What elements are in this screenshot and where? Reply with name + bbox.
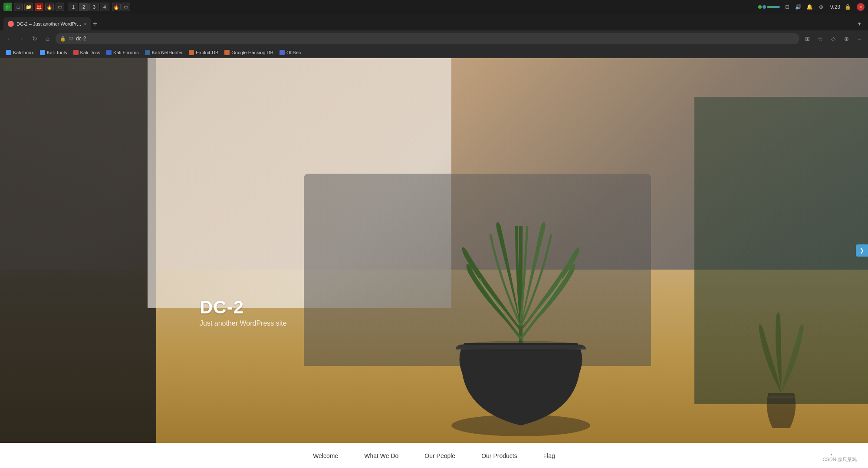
kali-tools-favicon — [40, 50, 45, 55]
bookmark-kali-linux[interactable]: Kali Linux — [3, 49, 36, 56]
battery-icon[interactable]: ⊕ — [817, 3, 825, 11]
toolbar-right-actions: ⊞ ☆ ◇ ⊕ ≡ — [802, 33, 865, 44]
another-icon[interactable]: 🔥 — [112, 3, 121, 11]
nav-welcome[interactable]: Welcome — [300, 443, 351, 468]
url-display[interactable]: dc-2 — [76, 36, 86, 42]
extensions-button[interactable]: ⊕ — [841, 33, 852, 44]
website-container: DC-2 Just another WordPress site ❯ Welco… — [0, 58, 868, 468]
kali-docs-favicon — [73, 50, 79, 55]
workspace-tab-1[interactable]: 1 — [69, 3, 78, 11]
site-title: DC-2 — [200, 297, 287, 318]
kali-nethunter-favicon — [145, 50, 150, 55]
menu-button[interactable]: ≡ — [854, 33, 865, 44]
lock-icon[interactable]: 🔒 — [844, 3, 852, 11]
bookmark-kali-docs[interactable]: Kali Docs — [71, 49, 103, 56]
bookmark-kali-nethunter-label: Kali NetHunter — [152, 50, 183, 55]
bookmark-exploit-db[interactable]: Exploit-DB — [186, 49, 221, 56]
second-plant — [738, 289, 825, 443]
floating-btn-icon: ❯ — [860, 247, 864, 254]
terminal-icon[interactable]: ▭ — [56, 3, 64, 11]
window-close-button[interactable]: × — [857, 3, 865, 11]
bookmark-kali-linux-label: Kali Linux — [13, 50, 34, 55]
site-tagline: Just another WordPress site — [200, 320, 287, 327]
speaker-icon[interactable]: 🔊 — [795, 3, 802, 11]
workspace-tab-3[interactable]: 3 — [89, 3, 99, 11]
bookmark-exploit-db-label: Exploit-DB — [196, 50, 218, 55]
tab-close-button[interactable]: × — [84, 22, 87, 26]
tab-dropdown-button[interactable]: ▾ — [854, 18, 865, 29]
tab-favicon — [8, 21, 14, 27]
nav-our-people[interactable]: Our People — [411, 443, 468, 468]
new-tab-button[interactable]: + — [91, 17, 104, 30]
bookmark-kali-tools[interactable]: Kali Tools — [37, 49, 70, 56]
browser-toolbar: ‹ › ↻ ⌂ 🔒 🛡 dc-2 ⊞ ☆ ◇ ⊕ ≡ — [0, 30, 868, 47]
site-navigation: Welcome What We Do Our People Our Produc… — [0, 443, 868, 468]
csdn-watermark: CSDN @只菜鸡 — [820, 455, 859, 464]
ghdb-favicon — [224, 50, 230, 55]
browser-tabbar: DC-2 – Just another WordPr… × + ▾ — [0, 14, 868, 30]
folder-icon[interactable]: 📁 — [24, 3, 33, 11]
address-bar[interactable]: 🔒 🛡 dc-2 — [56, 33, 799, 44]
pocket-button[interactable]: ◇ — [828, 33, 838, 44]
lock-domain-icon: 🛡 — [69, 36, 73, 41]
browser-icon[interactable]: 🦊 — [35, 3, 43, 11]
bookmark-kali-forums-label: Kali Forums — [113, 50, 139, 55]
clock: 9:23 — [830, 4, 840, 10]
kali-forums-favicon — [106, 50, 112, 55]
os-right-icons: ⊟ 🔊 🔔 ⊕ 9:23 🔒 × — [758, 3, 865, 11]
bookmarks-bar: Kali Linux Kali Tools Kali Docs Kali For… — [0, 47, 868, 58]
svg-point-2 — [458, 341, 584, 351]
exploit-db-favicon — [189, 50, 194, 55]
bookmark-kali-nethunter[interactable]: Kali NetHunter — [142, 49, 186, 56]
bookmark-ghdb-label: Google Hacking DB — [231, 50, 273, 55]
orange-icon[interactable]: 🔥 — [45, 3, 54, 11]
kali-icon[interactable]: 🐉 — [3, 3, 12, 11]
translate-button[interactable]: ⊞ — [802, 33, 812, 44]
site-title-overlay: DC-2 Just another WordPress site — [200, 297, 287, 327]
terminal2-icon[interactable]: ▭ — [122, 3, 130, 11]
offsec-favicon — [279, 50, 285, 55]
back-button[interactable]: ‹ — [3, 33, 14, 44]
bookmark-kali-docs-label: Kali Docs — [80, 50, 100, 55]
kali-linux-favicon — [6, 50, 11, 55]
bookmark-kali-tools-label: Kali Tools — [47, 50, 67, 55]
home-button[interactable]: ⌂ — [43, 33, 53, 44]
browser-tab-active[interactable]: DC-2 – Just another WordPr… × — [3, 17, 91, 30]
forward-button[interactable]: › — [16, 33, 27, 44]
bookmark-star-button[interactable]: ☆ — [815, 33, 825, 44]
os-left-icons: 🐉 □ 📁 🦊 🔥 ▭ — [3, 3, 64, 11]
plant-svg — [412, 191, 629, 443]
security-icon: 🔒 — [60, 36, 66, 42]
floating-scroll-button[interactable]: ❯ — [856, 244, 868, 257]
bell-icon[interactable]: 🔔 — [806, 3, 814, 11]
bookmark-kali-forums[interactable]: Kali Forums — [104, 49, 141, 56]
nav-what-we-do[interactable]: What We Do — [351, 443, 411, 468]
workspace-tabs: 1 2 3 4 🔥 ▭ — [69, 3, 130, 11]
nav-flag[interactable]: Flag — [530, 443, 568, 468]
bookmark-ghdb[interactable]: Google Hacking DB — [222, 49, 276, 56]
hero-section: DC-2 Just another WordPress site ❯ — [0, 58, 868, 443]
reload-button[interactable]: ↻ — [30, 33, 40, 44]
nav-our-products[interactable]: Our Products — [468, 443, 530, 468]
bookmark-offsec-label: OffSec — [286, 50, 301, 55]
plant-illustration — [412, 58, 629, 443]
bg-left — [0, 58, 156, 443]
files-icon[interactable]: □ — [14, 3, 23, 11]
workspace-tab-4[interactable]: 4 — [100, 3, 109, 11]
os-titlebar: 🐉 □ 📁 🦊 🔥 ▭ 1 2 3 4 🔥 ▭ ⊟ 🔊 🔔 ⊕ 9:23 🔒 × — [0, 0, 868, 14]
bookmark-offsec[interactable]: OffSec — [277, 49, 303, 56]
screen-icon[interactable]: ⊟ — [783, 3, 791, 11]
new-tab-icon[interactable]: + — [92, 20, 97, 29]
workspace-tab-2[interactable]: 2 — [79, 3, 89, 11]
tab-title: DC-2 – Just another WordPr… — [16, 21, 82, 26]
